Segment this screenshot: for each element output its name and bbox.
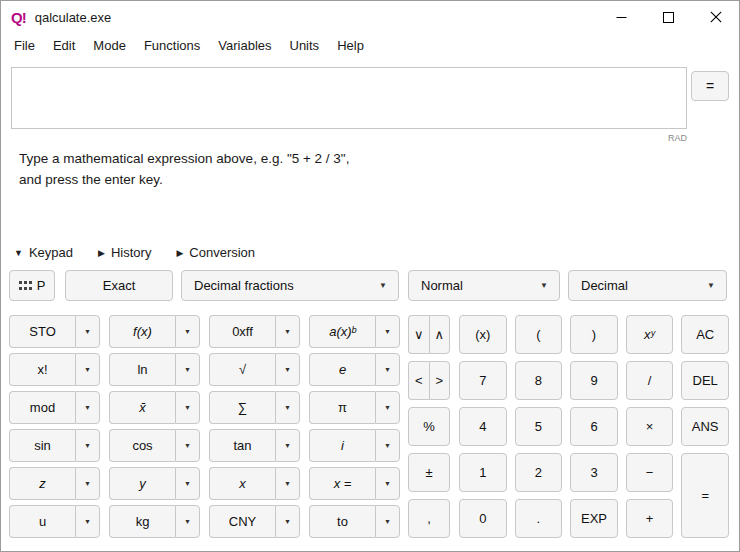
conversion-expander[interactable]: ▶ Conversion bbox=[176, 245, 255, 260]
key-sum[interactable]: ∑ bbox=[209, 391, 275, 424]
menu-help[interactable]: Help bbox=[328, 35, 373, 56]
key-2[interactable]: 2 bbox=[515, 453, 563, 492]
key-plus-minus[interactable]: ± bbox=[408, 453, 450, 492]
menu-mode[interactable]: Mode bbox=[84, 35, 135, 56]
key-x-power-y[interactable]: xʸ bbox=[626, 315, 674, 354]
key-smart-parens[interactable]: (x) bbox=[459, 315, 507, 354]
key-1[interactable]: 1 bbox=[459, 453, 507, 492]
key-close-paren[interactable]: ) bbox=[570, 315, 618, 354]
key-imaginary-dropdown-arrow[interactable]: ▼ bbox=[375, 429, 400, 462]
key-cny-dropdown-arrow[interactable]: ▼ bbox=[275, 505, 300, 538]
menu-file[interactable]: File bbox=[5, 35, 44, 56]
number-base-dropdown[interactable]: Decimal ▼ bbox=[568, 270, 727, 301]
key-z[interactable]: z bbox=[9, 467, 75, 500]
key-unit-u[interactable]: u bbox=[9, 505, 75, 538]
key-y[interactable]: y bbox=[109, 467, 175, 500]
key-cos[interactable]: cos bbox=[109, 429, 175, 462]
key-cny[interactable]: CNY bbox=[209, 505, 275, 538]
key-z-dropdown-arrow[interactable]: ▼ bbox=[75, 467, 100, 500]
keypad-mode-button[interactable]: P bbox=[9, 270, 55, 301]
key-kg-dropdown-arrow[interactable]: ▼ bbox=[175, 505, 200, 538]
history-expander[interactable]: ▶ History bbox=[98, 245, 151, 260]
key-a-x-power-b-dropdown-arrow[interactable]: ▼ bbox=[375, 315, 400, 348]
calculate-button[interactable]: = bbox=[691, 71, 729, 101]
key-all-clear[interactable]: AC bbox=[681, 315, 729, 354]
key-right[interactable]: > bbox=[429, 361, 451, 400]
key-7[interactable]: 7 bbox=[459, 361, 507, 400]
key-ln[interactable]: ln bbox=[109, 353, 175, 386]
key-x[interactable]: x bbox=[209, 467, 275, 500]
key-0[interactable]: 0 bbox=[459, 499, 507, 538]
key-sqrt[interactable]: √ bbox=[209, 353, 275, 386]
menu-functions[interactable]: Functions bbox=[135, 35, 209, 56]
key-sin[interactable]: sin bbox=[9, 429, 75, 462]
key-x-bar-dropdown-arrow[interactable]: ▼ bbox=[175, 391, 200, 424]
key-hex[interactable]: 0xff bbox=[209, 315, 275, 348]
key-left[interactable]: < bbox=[408, 361, 429, 400]
key-multiply[interactable]: × bbox=[626, 407, 674, 446]
expression-input[interactable] bbox=[12, 68, 686, 128]
key-x-dropdown-arrow[interactable]: ▼ bbox=[275, 467, 300, 500]
key-9[interactable]: 9 bbox=[570, 361, 618, 400]
key-8[interactable]: 8 bbox=[515, 361, 563, 400]
key-unit-u-dropdown-arrow[interactable]: ▼ bbox=[75, 505, 100, 538]
key-4[interactable]: 4 bbox=[459, 407, 507, 446]
key-x-equals[interactable]: x = bbox=[309, 467, 375, 500]
key-kg[interactable]: kg bbox=[109, 505, 175, 538]
key-sum-dropdown-arrow[interactable]: ▼ bbox=[275, 391, 300, 424]
key-x-bar[interactable]: x̄ bbox=[109, 391, 175, 424]
key-mod-dropdown-arrow[interactable]: ▼ bbox=[75, 391, 100, 424]
key-x-equals-dropdown-arrow[interactable]: ▼ bbox=[375, 467, 400, 500]
key-percent[interactable]: % bbox=[408, 407, 450, 446]
key-pi-dropdown-arrow[interactable]: ▼ bbox=[375, 391, 400, 424]
key-factorial-dropdown-arrow[interactable]: ▼ bbox=[75, 353, 100, 386]
key-3[interactable]: 3 bbox=[570, 453, 618, 492]
key-sto-dropdown-arrow[interactable]: ▼ bbox=[75, 315, 100, 348]
key-sin-dropdown-arrow[interactable]: ▼ bbox=[75, 429, 100, 462]
key-6[interactable]: 6 bbox=[570, 407, 618, 446]
key-hex-dropdown-arrow[interactable]: ▼ bbox=[275, 315, 300, 348]
key-y-dropdown-arrow[interactable]: ▼ bbox=[175, 467, 200, 500]
key-divide[interactable]: / bbox=[626, 361, 674, 400]
menu-units[interactable]: Units bbox=[281, 35, 329, 56]
menu-variables[interactable]: Variables bbox=[209, 35, 280, 56]
key-a-x-power-b[interactable]: a(x)ᵇ bbox=[309, 315, 375, 348]
key-decimal-point[interactable]: . bbox=[515, 499, 563, 538]
key-group-sqrt: √▼ bbox=[209, 353, 300, 386]
key-tan[interactable]: tan bbox=[209, 429, 275, 462]
key-e[interactable]: e bbox=[309, 353, 375, 386]
display-mode-dropdown[interactable]: Normal ▼ bbox=[408, 270, 560, 301]
key-equals[interactable]: = bbox=[681, 453, 729, 538]
key-to-dropdown-arrow[interactable]: ▼ bbox=[375, 505, 400, 538]
fraction-mode-dropdown[interactable]: Decimal fractions ▼ bbox=[181, 270, 399, 301]
key-exponent[interactable]: EXP bbox=[570, 499, 618, 538]
key-e-dropdown-arrow[interactable]: ▼ bbox=[375, 353, 400, 386]
maximize-button[interactable] bbox=[645, 1, 692, 33]
key-mod[interactable]: mod bbox=[9, 391, 75, 424]
key-ln-dropdown-arrow[interactable]: ▼ bbox=[175, 353, 200, 386]
key-to[interactable]: to bbox=[309, 505, 375, 538]
key-cos-dropdown-arrow[interactable]: ▼ bbox=[175, 429, 200, 462]
key-function-dropdown-arrow[interactable]: ▼ bbox=[175, 315, 200, 348]
key-open-paren[interactable]: ( bbox=[515, 315, 563, 354]
exact-toggle-button[interactable]: Exact bbox=[65, 270, 173, 301]
key-delete[interactable]: DEL bbox=[681, 361, 729, 400]
key-imaginary[interactable]: i bbox=[309, 429, 375, 462]
menu-edit[interactable]: Edit bbox=[44, 35, 84, 56]
key-comma[interactable]: , bbox=[408, 499, 450, 538]
key-down[interactable]: ∨ bbox=[408, 315, 429, 354]
key-5[interactable]: 5 bbox=[515, 407, 563, 446]
key-sto[interactable]: STO bbox=[9, 315, 75, 348]
minimize-button[interactable] bbox=[598, 1, 645, 33]
key-function[interactable]: f(x) bbox=[109, 315, 175, 348]
close-button[interactable] bbox=[692, 1, 739, 33]
key-factorial[interactable]: x! bbox=[9, 353, 75, 386]
key-tan-dropdown-arrow[interactable]: ▼ bbox=[275, 429, 300, 462]
key-minus[interactable]: − bbox=[626, 453, 674, 492]
key-plus[interactable]: + bbox=[626, 499, 674, 538]
key-sqrt-dropdown-arrow[interactable]: ▼ bbox=[275, 353, 300, 386]
key-up[interactable]: ∧ bbox=[429, 315, 451, 354]
key-answer[interactable]: ANS bbox=[681, 407, 729, 446]
key-pi[interactable]: π bbox=[309, 391, 375, 424]
keypad-expander[interactable]: ▼ Keypad bbox=[14, 245, 73, 260]
